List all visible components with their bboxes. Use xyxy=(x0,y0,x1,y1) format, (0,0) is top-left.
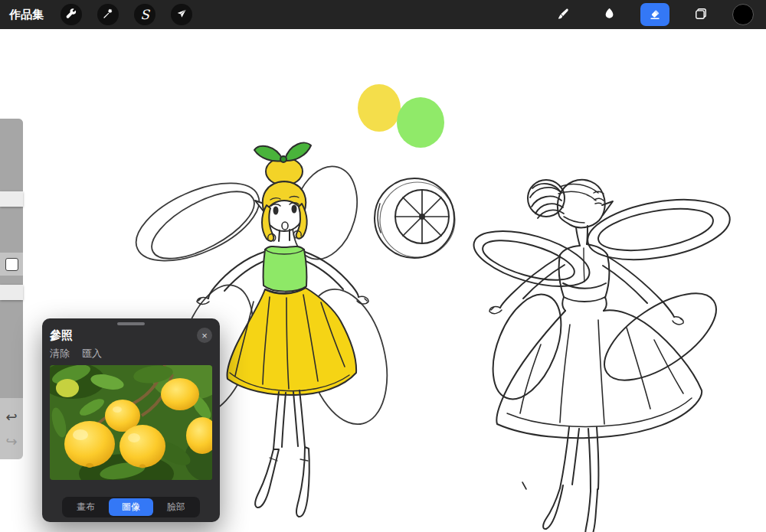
close-icon: × xyxy=(201,331,208,341)
layers-button[interactable] xyxy=(686,3,715,26)
import-button[interactable]: 匯入 xyxy=(82,347,102,361)
topbar: 作品集 S xyxy=(0,0,766,29)
panel-title: 參照 xyxy=(50,328,73,343)
tab-canvas[interactable]: 畫布 xyxy=(64,498,109,516)
brush-size-slider[interactable] xyxy=(0,119,23,253)
reference-panel: 參照 × 清除 匯入 xyxy=(42,318,220,522)
undo-icon: ↩ xyxy=(5,409,17,425)
actions-button[interactable] xyxy=(61,4,82,25)
smudge-drop-icon xyxy=(602,6,617,23)
brush-opacity-handle[interactable] xyxy=(0,285,23,300)
topbar-left-tools: 作品集 S xyxy=(8,4,192,25)
topbar-right-tools xyxy=(548,3,758,26)
redo-icon: ↪ xyxy=(5,433,17,449)
close-panel-button[interactable]: × xyxy=(197,328,212,343)
paintbrush-icon xyxy=(555,6,571,24)
reference-actions: 清除 匯入 xyxy=(42,344,220,365)
transform-arrow-icon xyxy=(175,8,188,22)
transform-button[interactable] xyxy=(171,4,192,25)
tab-face[interactable]: 臉部 xyxy=(153,498,198,516)
modify-button[interactable] xyxy=(0,253,23,276)
smudge-tool-button[interactable] xyxy=(594,3,624,26)
brush-sidebar: ↩ ↪ xyxy=(0,119,23,459)
lemons-photo xyxy=(50,365,212,480)
reference-panel-header: 參照 × xyxy=(42,325,220,344)
magic-wand-icon xyxy=(102,8,114,22)
color-test-blobs xyxy=(358,84,444,148)
current-color-swatch xyxy=(732,4,754,25)
undo-button[interactable]: ↩ xyxy=(0,404,23,429)
selection-button[interactable]: S xyxy=(134,4,155,25)
redo-button[interactable]: ↪ xyxy=(0,429,23,453)
selection-s-icon: S xyxy=(140,8,149,21)
procreate-app: 作品集 S xyxy=(0,0,766,532)
reference-tabs: 畫布 圖像 臉部 xyxy=(62,497,200,517)
modify-square-icon xyxy=(5,258,18,271)
gallery-button[interactable]: 作品集 xyxy=(8,8,45,22)
brush-size-handle[interactable] xyxy=(0,191,23,207)
color-swatch-button[interactable] xyxy=(732,4,754,25)
right-fairy-sketch xyxy=(468,180,735,532)
wrench-icon xyxy=(65,8,77,22)
eraser-icon xyxy=(647,6,663,24)
brush-opacity-slider[interactable] xyxy=(0,276,23,398)
layers-icon xyxy=(693,6,709,24)
reference-image-lemons[interactable] xyxy=(50,365,212,480)
tab-image[interactable]: 圖像 xyxy=(109,498,154,516)
clear-button[interactable]: 清除 xyxy=(50,347,70,361)
lemon-slice-sketch xyxy=(375,178,455,258)
brush-tool-button[interactable] xyxy=(548,3,578,26)
adjustments-button[interactable] xyxy=(97,4,119,25)
eraser-tool-button[interactable] xyxy=(640,3,669,26)
